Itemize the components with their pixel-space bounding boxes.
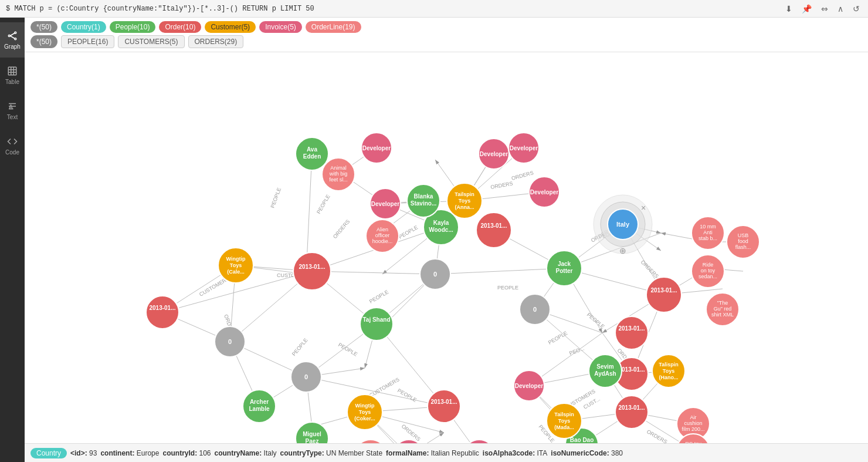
sidebar-label-table: Table [5,79,19,85]
svg-text:⊕: ⊕ [619,246,626,255]
svg-text:0: 0 [304,373,308,380]
query-bar: $ MATCH p = (c:Country {countryName:"Ita… [0,0,868,18]
svg-text:2013-01...: 2013-01... [480,222,507,229]
svg-text:Toys: Toys [230,262,242,268]
svg-text:2013-01...: 2013-01... [650,287,677,294]
svg-text:hoodie...: hoodie... [372,238,393,244]
svg-text:Developer: Developer [371,201,399,207]
svg-text:PEOPLE: PEOPLE [586,312,606,330]
refresh-button[interactable]: ↺ [850,3,862,15]
svg-point-126 [476,213,511,248]
svg-text:0: 0 [228,338,232,345]
svg-text:on toy: on toy [701,268,716,274]
svg-text:Wingtip: Wingtip [355,403,375,409]
svg-text:PEOPLE: PEOPLE [368,289,389,305]
svg-text:PEOPLE: PEOPLE [398,224,419,240]
status-bar: Country <id>: 93 continent: Europe count… [25,443,868,462]
svg-text:film 200...: film 200... [681,426,704,432]
sidebar-item-graph[interactable]: Graph [0,22,25,58]
table-icon [7,66,18,76]
collapse-button[interactable]: ⇔ [819,3,830,15]
svg-text:feet sl...: feet sl... [329,177,348,183]
filter-people-rel[interactable]: PEOPLE(16) [61,35,114,48]
svg-text:Stavino...: Stavino... [411,200,437,207]
svg-text:Woodc...: Woodc... [429,227,453,233]
svg-text:Potter: Potter [556,268,573,274]
svg-text:Lamble: Lamble [249,406,269,412]
filter-row-2: *(50) PEOPLE(16) CUSTOMERS(5) ORDERS(29) [30,35,862,48]
pin-button[interactable]: 📌 [799,3,814,15]
svg-text:food: food [738,238,748,244]
filter-people[interactable]: People(10) [110,21,156,33]
svg-point-128 [646,277,681,312]
svg-point-140 [146,296,179,329]
svg-text:2013-01...: 2013-01... [618,325,645,332]
svg-point-130 [615,316,648,349]
svg-text:2013-01...: 2013-01... [618,404,645,411]
status-id: <id>: 93 [70,449,97,457]
svg-text:PEOPLE: PEOPLE [291,337,309,357]
up-button[interactable]: ∧ [835,3,846,15]
svg-text:ORDERS: ORDERS [490,180,514,190]
sidebar-label-text: Text [7,114,18,120]
status-country-name: countryName: Italy [215,449,277,457]
svg-text:USB: USB [738,232,749,238]
filter-order[interactable]: Order(10) [159,21,201,33]
svg-text:Ride: Ride [703,262,714,268]
download-button[interactable]: ⬇ [783,3,795,15]
svg-text:flash...: flash... [735,244,751,250]
svg-point-138 [428,390,460,423]
filter-country[interactable]: Country(1) [61,21,106,33]
svg-text:Paez: Paez [306,438,319,443]
svg-text:Alien: Alien [377,227,388,232]
svg-point-240 [354,440,387,443]
filter-invoice[interactable]: Invoice(5) [259,21,302,33]
sidebar-item-table[interactable]: Table [0,58,25,93]
svg-text:Developer: Developer [530,189,558,195]
sidebar-item-text[interactable]: A Text [0,93,25,128]
code-icon [7,136,18,147]
svg-text:Taj Shand: Taj Shand [362,316,390,323]
svg-text:shirt XML: shirt XML [711,312,734,318]
svg-line-4 [10,36,15,39]
svg-text:0: 0 [433,271,437,278]
sidebar-item-code[interactable]: Code [0,128,25,163]
svg-text:Developer: Developer [510,145,538,151]
svg-text:10 mm: 10 mm [700,224,716,230]
svg-text:Gu" red: Gu" red [714,306,732,312]
svg-rect-5 [8,67,16,75]
filter-orderline[interactable]: OrderLine(19) [306,21,361,33]
graph-area[interactable]: ORDERS ORDERS PEOPLE PEOPLE ORDERS PEOPL… [25,52,868,443]
svg-line-3 [10,33,15,36]
filter-all-2[interactable]: *(50) [30,35,57,48]
filter-orders-rel[interactable]: ORDERS(29) [188,35,244,48]
filter-bar: *(50) Country(1) People(10) Order(10) Cu… [25,18,868,52]
filter-customers-rel[interactable]: CUSTOMERS(5) [118,35,184,48]
svg-text:AydAsh: AydAsh [594,370,616,377]
status-iso-numeric: isoNumericCode: 380 [551,449,623,457]
svg-text:(Coker...: (Coker... [354,416,375,421]
status-type-badge: Country [30,448,67,458]
svg-text:Bao Dao: Bao Dao [570,437,594,443]
svg-text:Tailspin: Tailspin [554,412,574,417]
svg-text:Air: Air [690,414,697,420]
svg-text:×: × [641,203,646,213]
svg-point-210 [394,440,424,443]
svg-text:Toys: Toys [359,409,371,415]
svg-point-1 [15,32,16,33]
svg-text:Jack: Jack [558,261,571,267]
svg-point-134 [615,396,648,429]
svg-text:A: A [9,103,13,110]
query-text: $ MATCH p = (c:Country {countryName:"Ita… [6,5,783,13]
svg-point-124 [293,252,331,290]
svg-text:Ava: Ava [307,146,317,153]
svg-text:Animal: Animal [330,165,347,171]
svg-point-0 [8,35,10,36]
svg-text:Toys: Toys [459,198,470,204]
svg-text:PEO...: PEO... [568,345,585,356]
svg-text:sedan...: sedan... [699,274,717,279]
svg-text:(Mada...: (Mada... [554,424,574,430]
svg-text:ORDERS: ORDERS [640,259,660,279]
filter-customer[interactable]: Customer(5) [205,21,256,33]
filter-all[interactable]: *(50) [30,21,57,33]
